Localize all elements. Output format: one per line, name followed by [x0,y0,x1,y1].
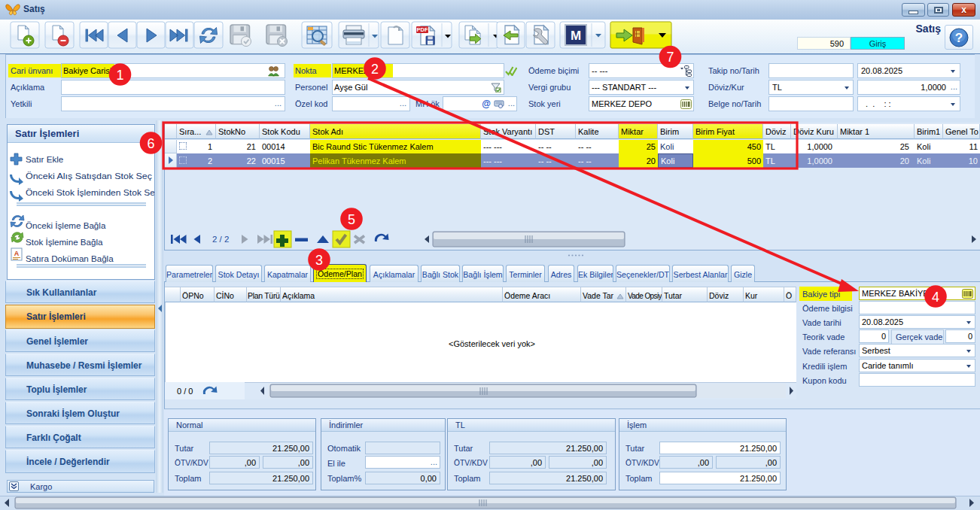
svg-text:M: M [571,29,581,43]
svg-text:Önceki Stok İşleminden Stok Se: Önceki Stok İşleminden Stok Seç [26,187,154,197]
svg-text:A: A [14,250,20,257]
svg-text:Satır Ekle: Satır Ekle [26,154,63,164]
svg-text:PDF: PDF [417,26,428,33]
svg-text:Önceki Alış Satışdan Stok Seç: Önceki Alış Satışdan Stok Seç [26,171,152,181]
svg-text:?: ? [955,31,963,45]
svg-text:2 / 2: 2 / 2 [212,235,229,244]
svg-text:Stok İşlemine Bağla: Stok İşlemine Bağla [26,237,103,247]
svg-text:Satıra Doküman Bağla: Satıra Doküman Bağla [26,253,114,263]
svg-text:Önceki İşleme Bağla: Önceki İşleme Bağla [26,220,106,230]
